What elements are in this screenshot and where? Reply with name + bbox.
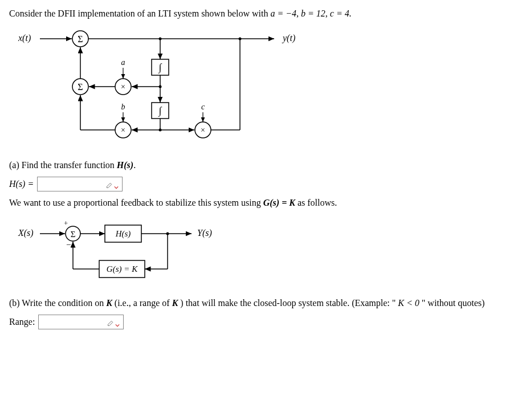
intro-prefix: Consider the DFII implementation of an L…: [9, 9, 270, 18]
svg-text:c: c: [201, 103, 205, 111]
svg-text:b: b: [121, 103, 125, 111]
svg-text:Σ: Σ: [71, 230, 76, 239]
svg-point-31: [239, 38, 242, 40]
chevron-down-icon: [115, 320, 120, 324]
svg-text:X(s): X(s): [18, 228, 34, 238]
hs-answer-input[interactable]: [37, 177, 123, 191]
problem-intro: Consider the DFII implementation of an L…: [9, 7, 500, 21]
range-answer-input[interactable]: [38, 315, 124, 329]
y-label: y(t): [282, 33, 295, 43]
dfii-block-diagram: x(t) Σ y(t) ∫ × a Σ ∫ × b × c: [15, 25, 500, 153]
range-label: Range:: [9, 317, 35, 327]
feedback-intro: We want to use a proportional feedback t…: [9, 196, 500, 210]
svg-text:×: ×: [121, 126, 125, 134]
svg-text:a: a: [121, 58, 125, 67]
svg-text:Σ: Σ: [78, 82, 83, 92]
feedback-block-diagram: X(s) Σ + − H(s) Y(s) G(s) = K: [15, 214, 500, 291]
part-b-prompt: (b) Write the condition on K (i.e., a ra…: [9, 296, 500, 310]
part-a-prompt: (a) Find the transfer function H(s).: [9, 158, 500, 172]
pencil-icon: [107, 319, 114, 325]
svg-text:Y(s): Y(s): [197, 228, 212, 238]
svg-text:+: +: [64, 219, 68, 227]
x-label: x(t): [18, 33, 31, 43]
svg-text:H(s): H(s): [115, 229, 131, 239]
pencil-icon: [106, 181, 113, 187]
svg-text:Σ: Σ: [78, 34, 83, 44]
part-b-answer-row: Range:: [9, 315, 500, 329]
part-a-answer-row: H(s) =: [9, 177, 500, 191]
hs-lhs: H(s) =: [9, 179, 34, 189]
chevron-down-icon: [114, 182, 119, 186]
svg-text:−: −: [66, 240, 71, 249]
params: a = −4, b = 12, c = 4.: [270, 9, 351, 18]
svg-text:G(s) = K: G(s) = K: [107, 264, 138, 274]
svg-text:×: ×: [201, 126, 205, 134]
svg-text:×: ×: [121, 83, 125, 91]
